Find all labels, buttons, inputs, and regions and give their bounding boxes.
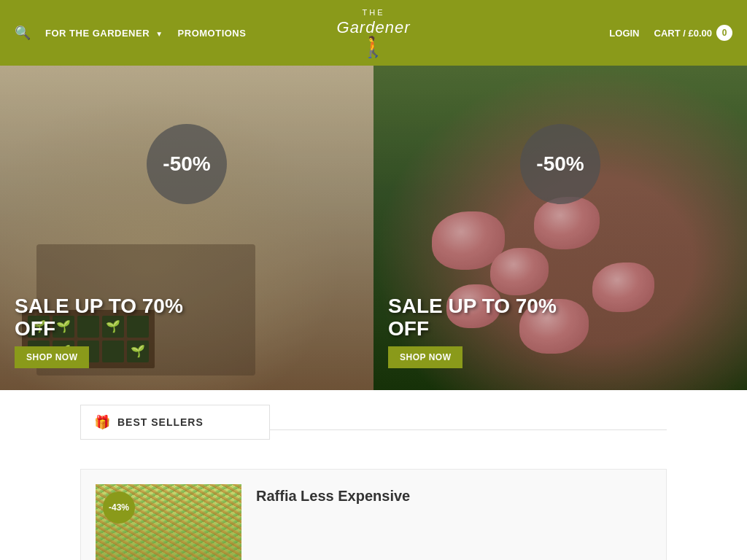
hero-panel-left: -50% SALE UP TO 70% OFF SHOP NOW	[0, 66, 374, 390]
hero-right-sale-title: SALE UP TO 70% OFF	[388, 295, 557, 341]
header-left: 🔍 FOR THE GARDENER ▼ PROMOTIONS	[15, 25, 246, 41]
product-image[interactable]: -43%	[96, 484, 241, 560]
hero-left-shop-now-button[interactable]: SHOP NOW	[15, 346, 89, 368]
main-nav: FOR THE GARDENER ▼ PROMOTIONS	[45, 28, 246, 39]
main-header: 🔍 FOR THE GARDENER ▼ PROMOTIONS THE Gard…	[0, 0, 747, 66]
hero-right-text: SALE UP TO 70% OFF SHOP NOW	[388, 295, 557, 368]
section-divider	[270, 429, 667, 430]
section-title-bar: 🎁 BEST SELLERS	[80, 405, 270, 440]
logo-figure-icon: 🚶	[337, 37, 411, 58]
product-card-inner: -43% Raffia Less Expensive	[81, 470, 666, 560]
hero-left-sale-title: SALE UP TO 70% OFF	[15, 295, 183, 341]
search-icon[interactable]: 🔍	[15, 25, 31, 41]
nav-for-gardener[interactable]: FOR THE GARDENER ▼	[45, 28, 163, 39]
hero-section: -50% SALE UP TO 70% OFF SHOP NOW -50%	[0, 66, 747, 390]
logo-the: THE	[337, 8, 411, 18]
product-info: Raffia Less Expensive	[256, 484, 651, 505]
site-logo[interactable]: THE Gardener 🚶	[337, 8, 411, 57]
cart-button[interactable]: CART / £0.00 0	[654, 25, 732, 41]
logo-gardener: Gardener	[337, 18, 411, 37]
section-title-row: 🎁 BEST SELLERS	[80, 405, 667, 454]
hero-panel-right: -50% SALE UP TO 70% OFF SHOP NOW	[374, 66, 747, 390]
login-link[interactable]: LOGIN	[609, 28, 639, 39]
cart-count-badge: 0	[716, 25, 732, 41]
product-title[interactable]: Raffia Less Expensive	[256, 488, 651, 505]
hero-right-shop-now-button[interactable]: SHOP NOW	[388, 346, 462, 368]
gift-icon: 🎁	[94, 414, 110, 430]
hero-left-discount-badge: -50%	[147, 124, 227, 204]
header-right: LOGIN CART / £0.00 0	[609, 25, 732, 41]
cart-label: CART / £0.00	[654, 28, 712, 39]
hero-right-discount-badge: -50%	[520, 124, 600, 204]
hero-left-text: SALE UP TO 70% OFF SHOP NOW	[15, 295, 183, 368]
product-card-raffia: -43% Raffia Less Expensive	[80, 469, 667, 560]
best-sellers-title: BEST SELLERS	[117, 416, 204, 428]
chevron-down-icon: ▼	[155, 30, 163, 38]
product-discount-tag: -43%	[103, 491, 135, 524]
best-sellers-section: 🎁 BEST SELLERS -43% Raffia Less Expensiv…	[0, 390, 747, 560]
nav-promotions[interactable]: PROMOTIONS	[178, 28, 247, 39]
